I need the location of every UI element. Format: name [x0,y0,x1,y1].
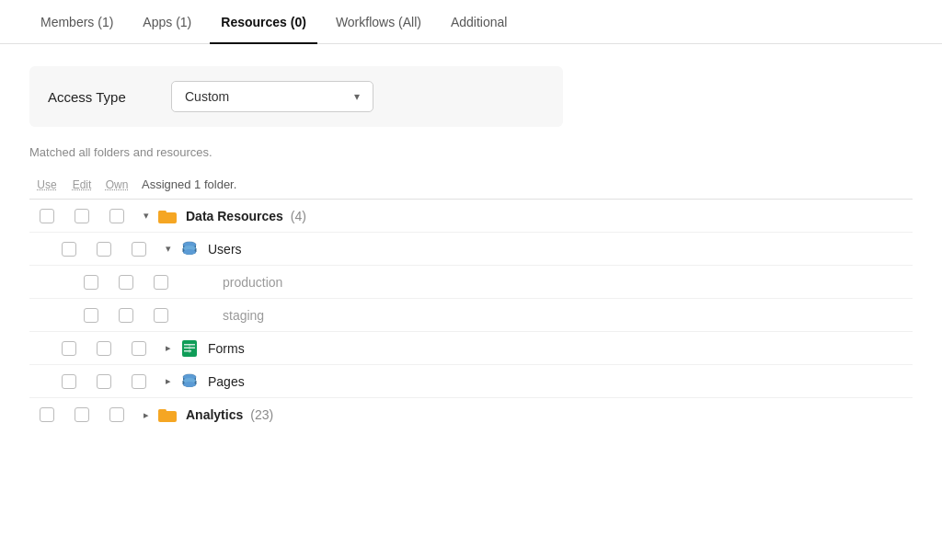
row-content: ▸ Forms [156,339,913,358]
checkbox-group [74,308,178,323]
checkbox-group [74,275,178,290]
edit-checkbox[interactable] [119,308,133,323]
row-content: staging [178,308,913,323]
use-checkbox[interactable] [84,275,98,290]
access-type-label: Access Type [48,89,149,105]
expand-arrow-icon[interactable]: ▾ [138,208,155,224]
use-checkbox[interactable] [62,242,76,257]
folder-icon [158,209,177,223]
col-own: Own [99,178,134,191]
edit-checkbox[interactable] [97,374,111,389]
table-row: ▸ Analytics (23) [29,398,913,431]
use-checkbox[interactable] [40,407,54,422]
use-checkbox[interactable] [62,341,76,356]
row-content: ▾ Data Resources (4) [134,208,913,224]
sheet-icon [180,339,199,358]
tab-bar: Members (1) Apps (1) Resources (0) Workf… [0,0,942,44]
database-icon [180,240,199,258]
row-label: Pages [208,374,245,389]
expand-arrow-icon[interactable]: ▸ [138,406,155,423]
access-type-row: Access Type Custom ▾ [29,66,563,127]
own-checkbox[interactable] [154,275,168,290]
access-type-select[interactable]: Custom ▾ [171,81,373,112]
svg-point-7 [183,249,196,255]
own-checkbox[interactable] [132,341,146,356]
tab-apps[interactable]: Apps (1) [132,0,202,44]
edit-checkbox[interactable] [119,275,133,290]
row-label: Forms [208,341,245,356]
row-count: (4) [291,209,306,223]
tab-additional[interactable]: Additional [440,0,519,44]
row-label: Users [208,242,242,257]
own-checkbox[interactable] [109,407,124,422]
resource-list: ▾ Data Resources (4) ▾ [29,200,913,431]
row-content: ▸ Analytics (23) [134,406,913,423]
table-row: ▸ Forms [29,332,913,365]
row-label: production [223,275,282,290]
own-checkbox[interactable] [132,374,146,389]
row-label: staging [223,308,264,323]
access-type-value: Custom [185,89,229,104]
main-content: Access Type Custom ▾ Matched all folders… [0,44,942,453]
col-use: Use [29,178,64,191]
use-checkbox[interactable] [62,374,76,389]
own-checkbox[interactable] [154,308,168,323]
use-checkbox[interactable] [40,209,54,223]
tab-resources[interactable]: Resources (0) [210,0,317,44]
own-checkbox[interactable] [132,242,146,257]
table-row: ▾ Users [29,233,913,266]
edit-checkbox[interactable] [75,209,89,223]
table-row: ▾ Data Resources (4) [29,200,913,233]
table-row: production [29,266,913,299]
checkbox-group [52,341,156,356]
svg-rect-24 [158,409,167,413]
row-count: (23) [250,407,273,422]
checkbox-group [52,242,156,257]
expand-arrow-icon[interactable]: ▾ [160,241,177,257]
column-headers: Use Edit Own Assigned 1 folder. [29,174,913,200]
tab-workflows[interactable]: Workflows (All) [325,0,432,44]
expand-arrow-icon[interactable]: ▸ [160,340,177,357]
row-content: production [178,275,913,290]
table-row: staging [29,299,913,332]
col-edit: Edit [64,178,99,191]
svg-rect-1 [158,211,167,214]
chevron-down-icon: ▾ [354,90,360,103]
checkbox-group [29,209,134,223]
row-content: ▸ Pages [156,372,913,391]
database-icon [180,372,199,391]
svg-point-20 [183,382,196,387]
folder-icon [158,407,177,422]
tab-members[interactable]: Members (1) [29,0,124,44]
col-assigned: Assigned 1 folder. [142,177,236,191]
row-content: ▾ Users [156,240,913,258]
row-label: Data Resources [186,209,283,223]
svg-rect-13 [184,350,191,352]
checkbox-group [29,407,134,422]
own-checkbox[interactable] [109,209,124,223]
use-checkbox[interactable] [84,308,98,323]
checkbox-group [52,374,156,389]
table-row: ▸ Pages [29,365,913,398]
row-label: Analytics [186,407,243,422]
edit-checkbox[interactable] [97,341,111,356]
edit-checkbox[interactable] [75,407,89,422]
matched-text: Matched all folders and resources. [29,145,913,159]
expand-arrow-icon[interactable]: ▸ [160,373,177,390]
edit-checkbox[interactable] [97,242,111,257]
